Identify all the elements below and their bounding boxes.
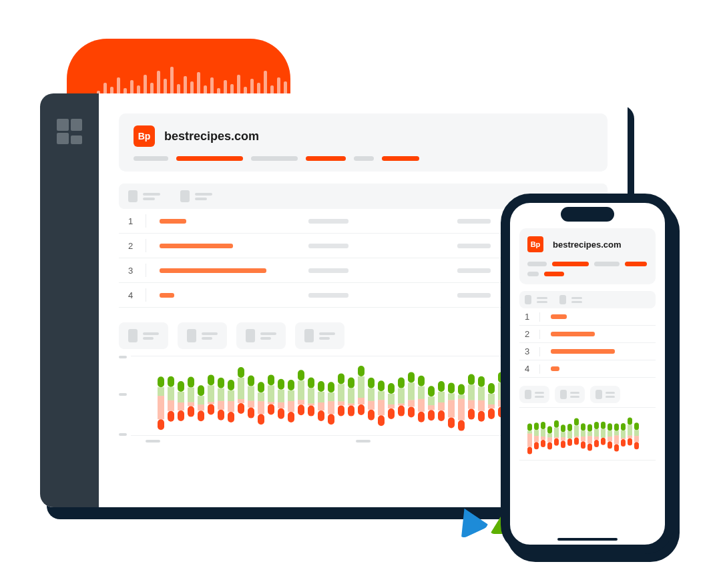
y-axis-tick	[119, 433, 127, 436]
table-row[interactable]: 2	[519, 326, 656, 343]
chart-chip-1[interactable]	[519, 386, 549, 403]
phone-chart-section	[519, 386, 656, 461]
phone-frame: Bp bestrecipes.com 1234	[501, 194, 674, 554]
site-badge: Bp	[134, 125, 155, 147]
site-badge: Bp	[527, 236, 543, 252]
dynamic-island	[561, 207, 614, 222]
chart-chip-3[interactable]	[590, 386, 620, 403]
phone-site-header-card: Bp bestrecipes.com	[519, 228, 656, 284]
table-column-2[interactable]	[559, 295, 582, 304]
table-column-1[interactable]	[128, 190, 160, 202]
chart-chip-4[interactable]	[295, 322, 344, 349]
table-column-1[interactable]	[525, 295, 547, 304]
table-row[interactable]: 4	[519, 360, 656, 378]
grid-icon[interactable]	[57, 119, 82, 144]
chart-chip-2[interactable]	[178, 322, 227, 349]
chart-chip-3[interactable]	[236, 322, 286, 349]
chart-chip-1[interactable]	[119, 322, 168, 349]
chart-chip-2[interactable]	[555, 386, 585, 403]
blue-triangle-icon	[450, 502, 490, 540]
table-column-2[interactable]	[180, 190, 212, 202]
filter-row	[134, 156, 593, 161]
site-header-card: Bp bestrecipes.com	[119, 113, 608, 172]
site-name: bestrecipes.com	[164, 129, 259, 143]
y-axis-tick	[119, 356, 127, 358]
phone-filter-row	[527, 262, 648, 276]
table-row[interactable]: 1	[519, 308, 656, 326]
table-row[interactable]: 3	[519, 343, 656, 360]
phone-table-header	[519, 291, 656, 308]
site-name: bestrecipes.com	[553, 240, 622, 250]
y-axis-tick-mid	[119, 393, 127, 396]
sidebar	[40, 93, 99, 507]
home-indicator	[557, 538, 618, 541]
phone-chart-body	[519, 407, 656, 461]
phone-table-section: 1234	[519, 291, 656, 378]
